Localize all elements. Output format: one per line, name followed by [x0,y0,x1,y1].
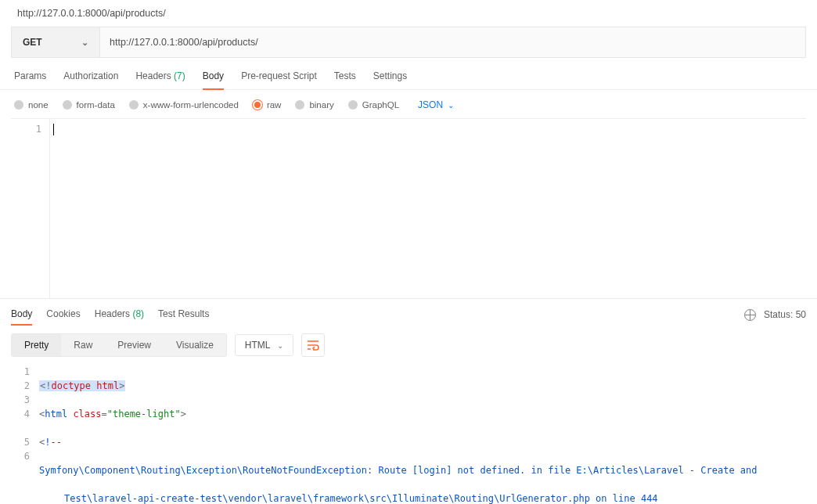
tab-headers[interactable]: Headers (7) [135,70,185,89]
response-format-dropdown[interactable]: HTML ⌄ [235,334,293,356]
body-format-dropdown[interactable]: JSON ⌄ [418,99,454,110]
chevron-down-icon: ⌄ [81,38,88,48]
tab-params[interactable]: Params [14,70,46,89]
tab-tests[interactable]: Tests [334,70,356,89]
body-type-raw[interactable]: raw [253,100,282,110]
resp-tab-test-results[interactable]: Test Results [158,304,209,326]
response-view-group: Pretty Raw Preview Visualize [11,333,227,357]
wrap-lines-button[interactable] [301,333,325,357]
http-method-dropdown[interactable]: GET ⌄ [11,27,100,58]
tab-prerequest[interactable]: Pre-request Script [241,70,317,89]
tab-title: http://127.0.0.1:8000/api/products/ [0,0,817,27]
resp-tab-body[interactable]: Body [11,304,32,326]
chevron-down-icon: ⌄ [277,341,283,350]
request-tabs: Params Authorization Headers (7) Body Pr… [0,58,817,90]
view-pretty[interactable]: Pretty [12,334,61,356]
body-type-binary[interactable]: binary [295,100,333,110]
radio-icon [63,100,72,110]
view-visualize[interactable]: Visualize [164,334,226,356]
body-type-form-data[interactable]: form-data [63,100,115,110]
url-text: http://127.0.0.1:8000/api/products/ [110,37,258,48]
request-body-editor[interactable]: 1 [11,118,806,298]
view-raw[interactable]: Raw [61,334,105,356]
resp-tab-headers[interactable]: Headers (8) [95,304,144,326]
editor-gutter: 1 [11,119,50,298]
response-status: Status: 50 [744,309,806,321]
radio-icon [14,100,23,110]
http-method-label: GET [23,37,42,48]
globe-icon [744,309,756,321]
tab-authorization[interactable]: Authorization [63,70,118,89]
radio-icon [253,100,262,110]
view-preview[interactable]: Preview [105,334,164,356]
tab-body[interactable]: Body [203,70,224,89]
body-type-graphql[interactable]: GraphQL [348,100,399,110]
body-type-row: none form-data x-www-form-urlencoded raw… [0,90,817,118]
tab-settings[interactable]: Settings [373,70,407,89]
text-caret [53,124,54,135]
radio-icon [348,100,358,110]
radio-icon [129,100,139,110]
wrap-lines-icon [307,340,319,351]
request-row: GET ⌄ http://127.0.0.1:8000/api/products… [11,27,806,58]
response-header-row: Body Cookies Headers (8) Test Results St… [0,298,817,326]
editor-content[interactable] [50,119,806,298]
response-tabs: Body Cookies Headers (8) Test Results [11,304,209,326]
body-format-label: JSON [418,99,443,110]
response-lines: <!doctype html> <html class="theme-light… [39,365,817,504]
radio-icon [295,100,304,110]
response-toolbar: Pretty Raw Preview Visualize HTML ⌄ [0,326,817,365]
resp-tab-cookies[interactable]: Cookies [46,304,80,326]
url-input[interactable]: http://127.0.0.1:8000/api/products/ [100,27,806,58]
response-body[interactable]: 1 2 3 4 5 6 <!doctype html> <html class=… [0,365,817,504]
body-type-xwww[interactable]: x-www-form-urlencoded [129,100,239,110]
response-format-label: HTML [245,340,271,351]
response-gutter: 1 2 3 4 5 6 [11,365,39,504]
body-type-none[interactable]: none [14,100,49,110]
chevron-down-icon: ⌄ [448,101,454,110]
